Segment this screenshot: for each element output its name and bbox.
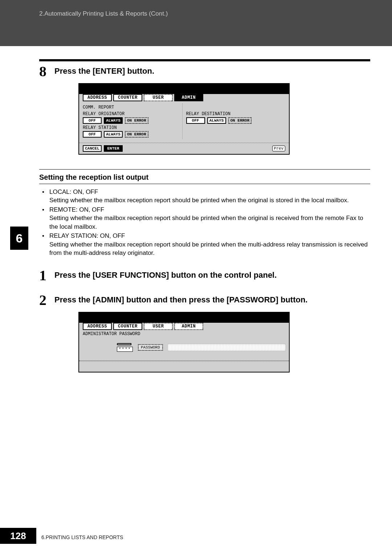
bullet-local-title: LOCAL: ON, OFF	[49, 188, 98, 195]
section-divider	[39, 59, 370, 61]
relay-station-label: RELAY STATION	[83, 125, 179, 130]
bullet-relay-title: RELAY STATION: ON, OFF	[49, 232, 125, 239]
header-breadcrumb: 2.Automatically Printing Lists & Reports…	[0, 0, 392, 46]
password-field[interactable]	[168, 344, 285, 351]
relay-destination-always[interactable]: ALWAYS	[207, 117, 226, 124]
relay-destination-onerror[interactable]: ON ERROR	[228, 117, 252, 124]
section-label: COMM. REPORT	[83, 105, 179, 110]
relay-station-off[interactable]: OFF	[83, 131, 102, 138]
relay-originator-label: RELAY ORIGINATOR	[83, 111, 179, 117]
admin-password-label: ADMINISTRATOR PASSWORD	[79, 330, 289, 337]
prev-button[interactable]: Prev	[272, 146, 285, 151]
enter-button[interactable]: ENTER	[104, 145, 123, 152]
password-stars: ****	[117, 347, 133, 352]
relay-originator-onerror[interactable]: ON ERROR	[125, 117, 148, 124]
cancel-button[interactable]: CANCEL	[83, 145, 102, 152]
bullet-remote-title: REMOTE: ON, OFF	[49, 206, 104, 213]
relay-destination-off[interactable]: OFF	[186, 117, 205, 124]
step-title-8: Press the [ENTER] button.	[54, 66, 154, 76]
relay-station-always[interactable]: ALWAYS	[104, 131, 123, 138]
bullet-relay-desc: Setting whether the mailbox reception re…	[49, 240, 370, 257]
relay-originator-always[interactable]: ALWAYS	[104, 117, 123, 124]
screenshot-admin-password: ADDRESS COUNTER USER ADMIN ADMINISTRATOR…	[78, 312, 290, 372]
chapter-tab: 6	[10, 227, 28, 250]
tab-counter-2[interactable]: COUNTER	[113, 323, 142, 330]
relay-originator-off[interactable]: OFF	[83, 117, 102, 124]
tab-admin[interactable]: ADMIN	[174, 94, 203, 101]
relay-station-onerror[interactable]: ON ERROR	[125, 131, 148, 138]
step-number-2: 2	[39, 293, 51, 307]
tab-address[interactable]: ADDRESS	[83, 94, 112, 101]
password-button[interactable]: PASSWORD	[138, 344, 163, 351]
subheading-reception-list: Setting the reception list output	[39, 173, 370, 182]
bullet-list: LOCAL: ON, OFF Setting whether the mailb…	[39, 188, 370, 257]
page-number: 128	[0, 528, 36, 544]
relay-destination-label: RELAY DESTINATION	[186, 111, 283, 117]
tab-counter[interactable]: COUNTER	[113, 94, 142, 101]
footer-text: 6.PRINTING LISTS AND REPORTS	[41, 534, 123, 540]
tab-user-2[interactable]: USER	[144, 323, 173, 330]
step-title-1: Press the [USER FUNCTIONS] button on the…	[54, 270, 277, 280]
step-number-8: 8	[39, 64, 51, 79]
step-title-2: Press the [ADMIN] button and then press …	[54, 295, 307, 305]
tab-user[interactable]: USER	[144, 94, 173, 101]
tab-address-2[interactable]: ADDRESS	[83, 323, 112, 330]
bullet-remote-desc: Setting whether the mailbox reception re…	[49, 214, 370, 231]
bullet-local-desc: Setting whether the mailbox reception re…	[49, 196, 370, 204]
tab-admin-2[interactable]: ADMIN	[174, 323, 203, 330]
step-number-1: 1	[39, 268, 51, 283]
screenshot-comm-report: ADDRESS COUNTER USER ADMIN COMM. REPORT …	[78, 83, 290, 155]
key-icon: ****	[117, 343, 133, 352]
